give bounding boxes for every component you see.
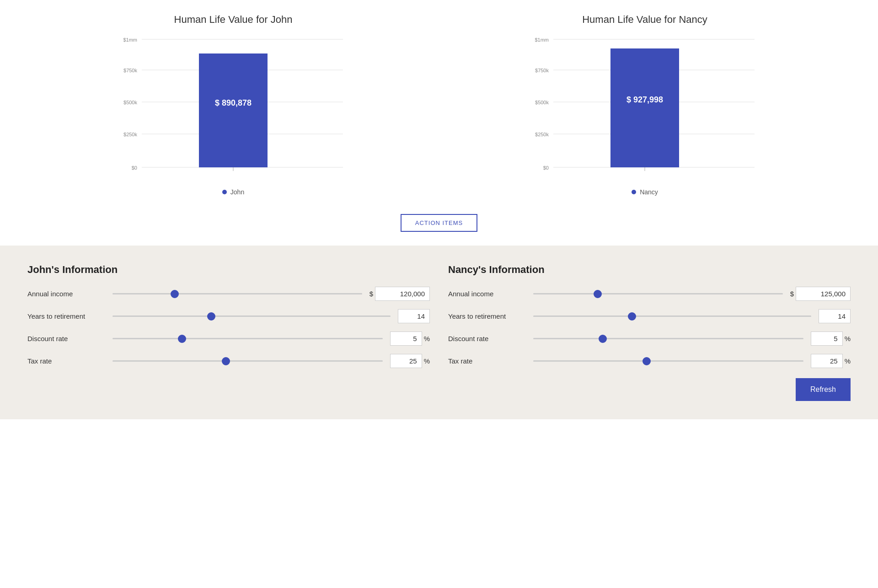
john-years-retirement-row: Years to retirement — [27, 309, 430, 323]
john-tax-rate-input-group: % — [390, 354, 430, 368]
john-chart-area: $1mm $750k $500k $250k $0 $ 890,878 — [101, 35, 366, 183]
nancy-discount-rate-slider[interactable] — [533, 338, 803, 339]
nancy-legend: Nancy — [632, 188, 658, 196]
nancy-years-retirement-row: Years to retirement — [448, 309, 851, 323]
refresh-button[interactable]: Refresh — [796, 378, 851, 401]
action-items-button[interactable]: ACTION ITEMS — [401, 214, 477, 232]
nancy-annual-income-slider-wrapper — [533, 293, 783, 294]
john-discount-rate-label: Discount rate — [27, 335, 105, 342]
nancy-annual-income-slider[interactable] — [533, 293, 783, 294]
info-grid: John's Information Annual income $ Years… — [27, 264, 851, 376]
nancy-tax-rate-slider[interactable] — [533, 360, 803, 362]
john-tax-rate-label: Tax rate — [27, 357, 105, 365]
nancy-annual-income-input-group: $ — [790, 287, 851, 301]
john-years-retirement-input[interactable] — [398, 309, 430, 323]
nancy-discount-rate-slider-wrapper — [533, 338, 803, 339]
john-info-panel: John's Information Annual income $ Years… — [27, 264, 430, 376]
nancy-legend-label: Nancy — [640, 188, 658, 196]
svg-text:$0: $0 — [543, 165, 549, 171]
john-info-title: John's Information — [27, 264, 430, 276]
svg-text:$500k: $500k — [535, 100, 549, 105]
john-annual-income-input[interactable] — [375, 287, 430, 301]
john-bar — [199, 53, 268, 167]
nancy-chart-container: Human Life Value for Nancy $1mm $750k $5… — [512, 14, 777, 196]
nancy-chart-title: Human Life Value for Nancy — [582, 14, 707, 26]
svg-text:$750k: $750k — [535, 68, 549, 73]
john-discount-rate-suffix: % — [424, 335, 430, 342]
john-legend-label: John — [230, 188, 244, 196]
john-tax-rate-row: Tax rate % — [27, 354, 430, 368]
nancy-discount-rate-row: Discount rate % — [448, 331, 851, 346]
nancy-tax-rate-input-group: % — [811, 354, 851, 368]
svg-text:$0: $0 — [132, 165, 137, 171]
nancy-tax-rate-slider-wrapper — [533, 360, 803, 362]
nancy-chart-svg: $1mm $750k $500k $250k $0 $ 927,998 — [512, 35, 777, 181]
john-chart-svg: $1mm $750k $500k $250k $0 $ 890,878 — [101, 35, 366, 181]
svg-text:$ 927,998: $ 927,998 — [626, 95, 663, 104]
nancy-years-retirement-slider-wrapper — [533, 315, 811, 317]
nancy-discount-rate-input-group: % — [811, 331, 851, 346]
john-years-retirement-input-group — [398, 309, 430, 323]
nancy-tax-rate-label: Tax rate — [448, 357, 526, 365]
john-tax-rate-suffix: % — [424, 357, 430, 365]
svg-text:$250k: $250k — [535, 132, 549, 137]
nancy-info-panel: Nancy's Information Annual income $ Year… — [448, 264, 851, 376]
nancy-tax-rate-suffix: % — [845, 357, 851, 365]
nancy-years-retirement-label: Years to retirement — [448, 312, 526, 320]
john-tax-rate-slider[interactable] — [112, 360, 383, 362]
nancy-info-title: Nancy's Information — [448, 264, 851, 276]
nancy-chart-area: $1mm $750k $500k $250k $0 $ 927,998 — [512, 35, 777, 183]
john-years-retirement-slider[interactable] — [112, 315, 391, 317]
john-legend: John — [222, 188, 244, 196]
svg-text:$750k: $750k — [123, 68, 137, 73]
john-discount-rate-input[interactable] — [390, 331, 422, 346]
svg-text:$ 890,878: $ 890,878 — [215, 98, 252, 107]
nancy-annual-income-label: Annual income — [448, 290, 526, 298]
nancy-discount-rate-input[interactable] — [811, 331, 843, 346]
charts-section: Human Life Value for John $1mm $750k $50… — [0, 0, 878, 205]
john-legend-dot — [222, 190, 227, 194]
john-tax-rate-input[interactable] — [390, 354, 422, 368]
john-annual-income-row: Annual income $ — [27, 287, 430, 301]
action-items-section: ACTION ITEMS — [0, 205, 878, 246]
nancy-legend-dot — [632, 190, 636, 194]
svg-text:$500k: $500k — [123, 100, 137, 105]
nancy-annual-income-input[interactable] — [796, 287, 851, 301]
nancy-bar — [610, 48, 679, 167]
nancy-tax-rate-row: Tax rate % — [448, 354, 851, 368]
john-annual-income-slider[interactable] — [112, 293, 362, 294]
bottom-section: John's Information Annual income $ Years… — [0, 246, 878, 419]
john-chart-container: Human Life Value for John $1mm $750k $50… — [101, 14, 366, 196]
john-discount-rate-slider[interactable] — [112, 338, 383, 339]
svg-text:$1mm: $1mm — [123, 37, 137, 43]
john-discount-rate-row: Discount rate % — [27, 331, 430, 346]
john-annual-income-label: Annual income — [27, 290, 105, 298]
john-annual-income-slider-wrapper — [112, 293, 362, 294]
nancy-discount-rate-suffix: % — [845, 335, 851, 342]
john-annual-income-input-group: $ — [369, 287, 430, 301]
nancy-years-retirement-input[interactable] — [819, 309, 851, 323]
svg-text:$250k: $250k — [123, 132, 137, 137]
john-discount-rate-input-group: % — [390, 331, 430, 346]
john-annual-income-prefix: $ — [369, 290, 373, 298]
john-years-retirement-label: Years to retirement — [27, 312, 105, 320]
john-discount-rate-slider-wrapper — [112, 338, 383, 339]
svg-text:$1mm: $1mm — [535, 37, 549, 43]
nancy-annual-income-row: Annual income $ — [448, 287, 851, 301]
john-years-retirement-slider-wrapper — [112, 315, 391, 317]
nancy-years-retirement-input-group — [819, 309, 851, 323]
nancy-discount-rate-label: Discount rate — [448, 335, 526, 342]
nancy-tax-rate-input[interactable] — [811, 354, 843, 368]
john-chart-title: Human Life Value for John — [174, 14, 293, 26]
nancy-years-retirement-slider[interactable] — [533, 315, 811, 317]
nancy-annual-income-prefix: $ — [790, 290, 794, 298]
john-tax-rate-slider-wrapper — [112, 360, 383, 362]
